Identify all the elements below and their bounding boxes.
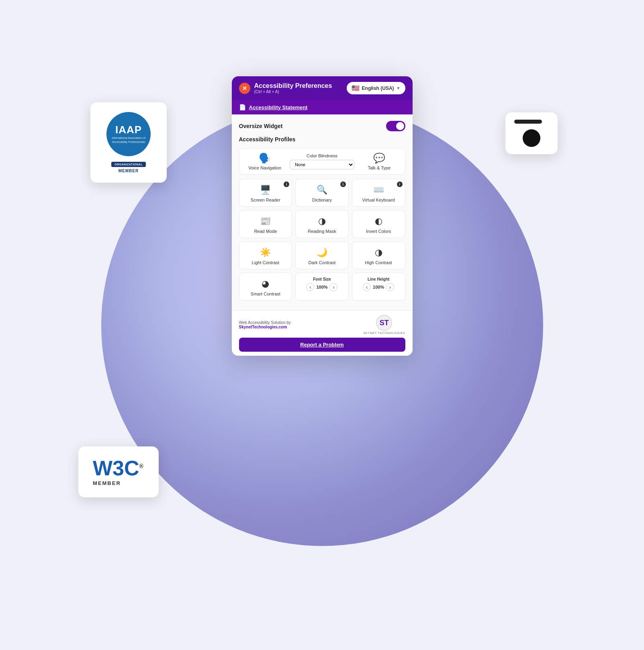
grid-row-2: 📰 Read Mode ◑ Reading Mask ◐ Invert Colo… bbox=[239, 210, 405, 238]
light-contrast-icon: ☀️ bbox=[260, 247, 271, 258]
oversize-widget-toggle[interactable] bbox=[386, 121, 405, 131]
talk-type-item[interactable]: 💬 Talk & Type bbox=[358, 153, 401, 170]
virtual-keyboard-item[interactable]: i ⌨️ Virtual Keyboard bbox=[352, 179, 405, 207]
footer-logo: ST SKYNET TECHNOLOGIES bbox=[363, 315, 405, 334]
w3c-member-label: MEMBER bbox=[93, 480, 144, 486]
smart-contrast-label: Smart Contrast bbox=[251, 291, 280, 296]
line-height-item: Line Height ‹ 100% › bbox=[352, 273, 405, 301]
dictionary-item[interactable]: i 🔍 Dictionary bbox=[295, 179, 349, 207]
invert-colors-label: Invert Colors bbox=[366, 229, 391, 234]
panel-title-main: Accessibility Preferences bbox=[254, 82, 332, 90]
voice-navigation-item[interactable]: 🗣️ Voice Navigation bbox=[243, 153, 286, 170]
dictionary-icon: 🔍 bbox=[317, 185, 327, 195]
color-blindness-label: Color Blindness bbox=[307, 153, 337, 158]
language-arrow-icon: ▼ bbox=[397, 86, 401, 90]
high-contrast-item[interactable]: ◑ High Contrast bbox=[352, 241, 405, 269]
talk-type-label: Talk & Type bbox=[368, 165, 390, 170]
line-height-increase-button[interactable]: › bbox=[386, 283, 394, 291]
reading-mask-icon: ◑ bbox=[318, 216, 326, 226]
floating-widget-card bbox=[505, 112, 558, 154]
statement-text: Accessibility Statement bbox=[249, 104, 308, 110]
dark-contrast-item[interactable]: 🌙 Dark Contrast bbox=[295, 241, 349, 269]
line-height-label: Line Height bbox=[368, 277, 389, 281]
talk-type-icon: 💬 bbox=[373, 153, 385, 164]
screen-reader-info-badge[interactable]: i bbox=[284, 181, 289, 187]
language-label: English (USA) bbox=[362, 86, 394, 91]
statement-icon: 📄 bbox=[239, 104, 246, 110]
screen-reader-label: Screen Reader bbox=[251, 198, 280, 202]
virtual-keyboard-icon: ⌨️ bbox=[373, 185, 384, 195]
screen-reader-item[interactable]: i 🖥️ Screen Reader bbox=[239, 179, 292, 207]
reading-mask-label: Reading Mask bbox=[308, 229, 336, 234]
font-size-increase-button[interactable]: › bbox=[329, 283, 337, 291]
iaap-org-label: ORGANIZATIONAL bbox=[111, 162, 146, 167]
font-size-value: 100% bbox=[316, 285, 328, 289]
footer-brand-text: Web Accessibility Solution by SkynetTech… bbox=[239, 320, 291, 329]
grid-row-3: ☀️ Light Contrast 🌙 Dark Contrast ◑ High… bbox=[239, 241, 405, 269]
iaap-subtitle: International Association of Accessibili… bbox=[106, 136, 151, 143]
panel-header: ✕ Accessibility Preferences (Ctrl + Alt … bbox=[232, 76, 413, 100]
invert-colors-icon: ◐ bbox=[375, 216, 382, 226]
line-height-decrease-button[interactable]: ‹ bbox=[363, 283, 371, 291]
invert-colors-item[interactable]: ◐ Invert Colors bbox=[352, 210, 405, 238]
light-contrast-label: Light Contrast bbox=[252, 260, 279, 265]
voice-navigation-icon: 🗣️ bbox=[259, 153, 271, 164]
oversize-widget-label: Oversize Widget bbox=[239, 123, 283, 129]
special-top-row: 🗣️ Voice Navigation Color Blindness None… bbox=[239, 148, 405, 175]
virtual-keyboard-info-badge[interactable]: i bbox=[397, 181, 403, 187]
color-blindness-select[interactable]: None Protanopia Deuteranopia Tritanopia bbox=[290, 160, 354, 169]
language-selector[interactable]: 🇺🇸 English (USA) ▼ bbox=[347, 82, 405, 94]
smart-contrast-icon: ◕ bbox=[262, 279, 269, 289]
language-flag: 🇺🇸 bbox=[352, 84, 360, 92]
footer-brand-link[interactable]: SkynetTechnologies.com bbox=[239, 325, 287, 329]
smart-contrast-item[interactable]: ◕ Smart Contrast bbox=[239, 273, 292, 301]
panel-title: Accessibility Preferences (Ctrl + Alt + … bbox=[254, 82, 332, 94]
bottom-row: ◕ Smart Contrast Font Size ‹ 100% › Line… bbox=[239, 273, 405, 301]
font-size-controls: ‹ 100% › bbox=[306, 283, 337, 291]
light-contrast-item[interactable]: ☀️ Light Contrast bbox=[239, 241, 292, 269]
accessibility-panel: ✕ Accessibility Preferences (Ctrl + Alt … bbox=[232, 76, 413, 356]
w3c-logo: W3C® bbox=[93, 458, 144, 479]
oversize-widget-row: Oversize Widget bbox=[239, 121, 405, 131]
grid-row-1: i 🖥️ Screen Reader i 🔍 Dictionary i ⌨️ V… bbox=[239, 179, 405, 207]
font-size-decrease-button[interactable]: ‹ bbox=[306, 283, 314, 291]
read-mode-label: Read Mode bbox=[254, 229, 277, 234]
color-blindness-item: Color Blindness None Protanopia Deuteran… bbox=[290, 153, 354, 169]
accessibility-statement-bar[interactable]: 📄 Accessibility Statement bbox=[232, 100, 413, 114]
read-mode-item[interactable]: 📰 Read Mode bbox=[239, 210, 292, 238]
iaap-title: IAAP bbox=[115, 124, 142, 135]
panel-footer: Web Accessibility Solution by SkynetTech… bbox=[232, 310, 413, 356]
footer-logo-text: SKYNET TECHNOLOGIES bbox=[363, 332, 405, 334]
high-contrast-icon: ◑ bbox=[375, 247, 382, 258]
high-contrast-label: High Contrast bbox=[365, 260, 392, 265]
report-problem-button[interactable]: Report a Problem bbox=[239, 338, 405, 352]
w3c-card: W3C® MEMBER bbox=[78, 446, 159, 497]
virtual-keyboard-label: Virtual Keyboard bbox=[362, 198, 395, 202]
voice-navigation-label: Voice Navigation bbox=[248, 165, 281, 170]
widget-circle bbox=[523, 129, 540, 147]
iaap-card: IAAP International Association of Access… bbox=[90, 102, 167, 183]
line-height-value: 100% bbox=[372, 285, 384, 289]
footer-brand-line1: Web Accessibility Solution by bbox=[239, 320, 291, 325]
panel-body: Oversize Widget Accessibility Profiles 🗣… bbox=[232, 114, 413, 310]
dark-contrast-label: Dark Contrast bbox=[309, 260, 336, 265]
footer-text-block: Web Accessibility Solution by SkynetTech… bbox=[239, 320, 291, 329]
close-button[interactable]: ✕ bbox=[239, 83, 250, 94]
iaap-badge: IAAP International Association of Access… bbox=[106, 112, 151, 156]
read-mode-icon: 📰 bbox=[260, 216, 271, 226]
panel-header-left: ✕ Accessibility Preferences (Ctrl + Alt … bbox=[239, 82, 332, 94]
dictionary-label: Dictionary bbox=[312, 198, 332, 202]
page-wrapper: IAAP International Association of Access… bbox=[0, 0, 644, 650]
panel-title-sub: (Ctrl + Alt + A) bbox=[254, 90, 332, 94]
dark-contrast-icon: 🌙 bbox=[317, 247, 327, 258]
line-height-controls: ‹ 100% › bbox=[363, 283, 394, 291]
footer-logo-circle: ST bbox=[376, 315, 392, 331]
profiles-label: Accessibility Profiles bbox=[239, 136, 405, 143]
screen-reader-icon: 🖥️ bbox=[260, 185, 271, 195]
iaap-member-label: MEMBER bbox=[119, 169, 139, 173]
dictionary-info-badge[interactable]: i bbox=[340, 181, 346, 187]
widget-bar bbox=[514, 120, 542, 124]
reading-mask-item[interactable]: ◑ Reading Mask bbox=[295, 210, 349, 238]
font-size-label: Font Size bbox=[313, 277, 331, 281]
footer-brand: Web Accessibility Solution by SkynetTech… bbox=[239, 315, 405, 334]
